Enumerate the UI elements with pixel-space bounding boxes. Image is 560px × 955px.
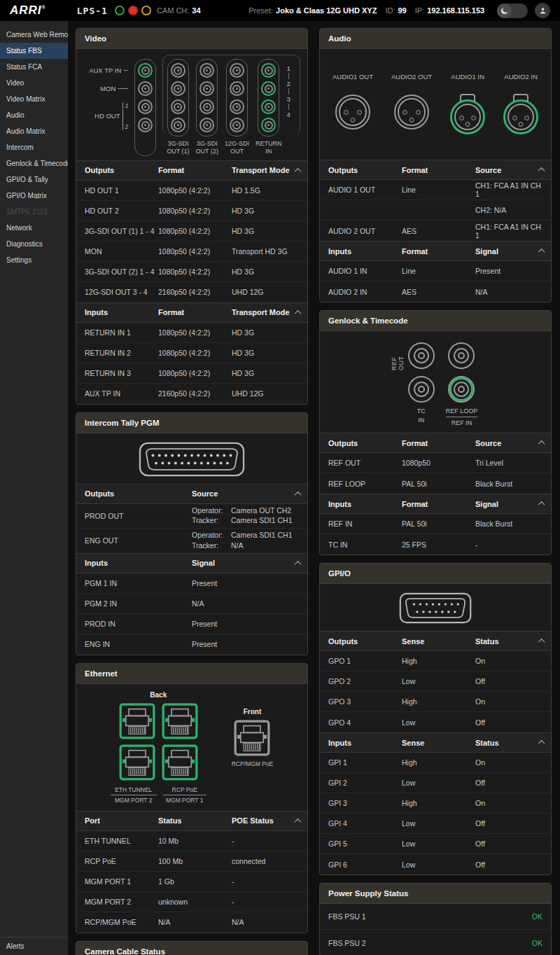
status-light-yellow-icon — [141, 6, 151, 15]
rj45-jack-icon — [234, 720, 270, 756]
psu-name: FBS PSU 1 — [328, 912, 366, 921]
collapse-chevron-icon[interactable] — [538, 440, 545, 447]
sidebar-item[interactable]: GPI/O Matrix — [0, 188, 68, 204]
table-row: AUDIO 2 IN AES N/A — [320, 281, 551, 302]
table-row: REF IN PAL 50i Black Burst — [320, 514, 551, 534]
table-row: GPO 3 High On — [320, 692, 551, 712]
bnc-hd-out-2 — [138, 118, 153, 132]
front-port-label: RCP/MGM PoE — [232, 760, 274, 769]
table-row: CH2: N/A — [320, 200, 551, 221]
dark-mode-toggle[interactable] — [497, 4, 528, 18]
audio2-in-group: AUDIO2 IN — [503, 73, 538, 134]
power-supply-panel: Power Supply Status FBS PSU 1 OK FBS PSU… — [319, 883, 552, 955]
sidebar-item-label: Intercom — [6, 144, 34, 151]
sidebar-item[interactable]: Audio — [0, 107, 68, 123]
sidebar-item[interactable]: Settings — [0, 252, 68, 268]
sidebar: Camera Web Remote Status FBS Status FCA … — [0, 21, 68, 955]
table-row: ENG OUT Operator:Camera SDI1 CH1 Tracker… — [76, 529, 307, 553]
xlr-audio2-out — [394, 95, 429, 130]
sidebar-item[interactable]: Video — [0, 75, 68, 91]
sidebar-item[interactable]: Audio Matrix — [0, 123, 68, 139]
intercom-outputs-rows: PROD OUT Operator:Camera OUT CH2 Tracker… — [76, 504, 307, 553]
collapse-chevron-icon[interactable] — [538, 639, 545, 646]
sidebar-item-alerts[interactable]: Alerts — [0, 937, 68, 955]
audio-outputs-header: Outputs Format Source — [320, 160, 551, 180]
sidebar-item[interactable]: GPI/O & Tally — [0, 172, 68, 188]
port-label-right: RCP PoEMGM PORT 1 — [163, 786, 206, 804]
table-row: PROD OUT Operator:Camera OUT CH2 Tracker… — [76, 504, 307, 529]
bnc-3gsdi2-1 — [200, 63, 214, 78]
sidebar-item-label: Camera Web Remote — [6, 31, 68, 39]
table-row: RETURN IN 1 1080p50 (4:2:2) HD 3G — [76, 323, 307, 343]
audio-outputs-rows: AUDIO 1 OUT Line CH1: FCA A1 IN CH 1 CH2… — [320, 180, 551, 241]
camera-cable-status-panel: Camera Cable Status Power Status Use Cas… — [76, 941, 308, 955]
sidebar-item-label: SMTPE 2110 — [6, 208, 48, 216]
sidebar-item[interactable]: Camera Web Remote — [0, 27, 68, 43]
left-column: Video AUX TP IN MON HD OUT 12 — [76, 28, 308, 955]
table-row: RETURN IN 3 1080p50 (4:2:2) HD 3G — [76, 363, 307, 384]
table-row: ENG IN Present — [76, 634, 307, 655]
collapse-chevron-icon[interactable] — [295, 309, 302, 316]
sidebar-item[interactable]: Network — [0, 220, 68, 236]
table-row: RCP PoE 100 Mb connected — [76, 851, 307, 872]
user-button[interactable] — [535, 3, 550, 18]
table-row: MGM PORT 2 unknown - — [76, 892, 307, 912]
ref-loop-group: REF LOOPREF IN — [446, 376, 478, 427]
top-bar: ARRI® LPS-1 CAM CH: 34 Preset: Joko & Cl… — [0, 0, 560, 21]
bnc-12gsdi-1 — [230, 63, 244, 78]
genlock-panel: Genlock & Timecode REF OUT TCIN REF LOOP… — [319, 310, 552, 555]
rj45-jack-icon — [119, 744, 155, 781]
bnc-ref-out-2 — [448, 342, 475, 369]
collapse-chevron-icon[interactable] — [538, 249, 545, 256]
sidebar-item[interactable]: Genlock & Timecode — [0, 155, 68, 172]
audio-connector-diagram: AUDIO1 OUT AUDIO2 OUT AUDIO1 IN AUDIO2 I… — [320, 49, 551, 160]
sidebar-item[interactable]: Status FCA — [0, 59, 68, 75]
return-numbers: 1 2 3 4 — [286, 59, 290, 156]
table-row: RETURN IN 2 1080p50 (4:2:2) HD 3G — [76, 343, 307, 363]
audio-inputs-header: Inputs Format Signal — [320, 241, 551, 261]
tc-in-group: TCIN — [408, 376, 435, 424]
genlock-outputs-header: Outputs Format Source — [320, 433, 551, 453]
status-lights — [115, 6, 151, 15]
preset-info: Preset: Joko & Claas 12G UHD XYZ — [248, 6, 377, 15]
bnc-3gsdi1-2 — [171, 81, 186, 96]
bnc-return-1 — [261, 63, 276, 78]
table-row: 3G-SDI OUT (1) 1 - 4 1080p50 (4:2:2) HD … — [76, 221, 307, 242]
collapse-chevron-icon[interactable] — [295, 167, 302, 174]
xlr-audio2-in — [503, 99, 538, 134]
sidebar-item[interactable]: Video Matrix — [0, 91, 68, 107]
sidebar-item[interactable]: SMTPE 2110 — [0, 204, 68, 220]
port-label-left: ETH TUNNELMGM PORT 2 — [111, 786, 157, 804]
sidebar-item-label: Audio Matrix — [6, 127, 46, 135]
right-column: Audio AUDIO1 OUT AUDIO2 OUT AUDIO1 IN AU… — [319, 28, 552, 955]
collapse-chevron-icon[interactable] — [295, 818, 302, 825]
bnc-hd-out-1 — [138, 99, 153, 114]
intercom-outputs-header: Outputs Source — [76, 484, 307, 504]
intercom-panel-title: Intercom Tally PGM — [76, 413, 307, 433]
table-row: AUDIO 1 OUT Line CH1: FCA A1 IN CH 1 — [320, 180, 551, 200]
table-row: GPI 3 High On — [320, 793, 551, 814]
collapse-chevron-icon[interactable] — [538, 501, 545, 508]
rj45-jack-icon — [119, 703, 155, 739]
intercom-inputs-header: Inputs Signal — [76, 553, 307, 573]
sdi-out1-column: 3G-SDIOUT (1) — [167, 59, 189, 156]
audio1-out-group: AUDIO1 OUT — [332, 73, 373, 134]
collapse-chevron-icon[interactable] — [538, 167, 545, 174]
xlr-audio1-in — [450, 99, 485, 134]
rj45-jack-icon — [162, 744, 198, 781]
front-label: Front — [244, 708, 262, 716]
sidebar-item[interactable]: Intercom — [0, 139, 68, 155]
sidebar-item[interactable]: Diagnostics — [0, 236, 68, 252]
audio2-out-group: AUDIO2 OUT — [391, 73, 432, 134]
collapse-chevron-icon[interactable] — [295, 560, 302, 567]
gpio-inputs-rows: GPI 1 High On GPI 2 Low Off GPI 3 High O… — [320, 753, 551, 874]
sidebar-item-label: GPI/O Matrix — [6, 192, 47, 200]
collapse-chevron-icon[interactable] — [295, 491, 302, 498]
sidebar-item[interactable]: Status FBS — [0, 43, 68, 59]
db25-connector — [76, 433, 307, 484]
registered-mark: ® — [42, 5, 46, 10]
table-row: MGM PORT 1 1 Gb - — [76, 872, 307, 892]
table-row: GPI 6 Low Off — [320, 854, 551, 874]
psu-status-badge: OK — [532, 912, 542, 921]
collapse-chevron-icon[interactable] — [538, 740, 545, 747]
